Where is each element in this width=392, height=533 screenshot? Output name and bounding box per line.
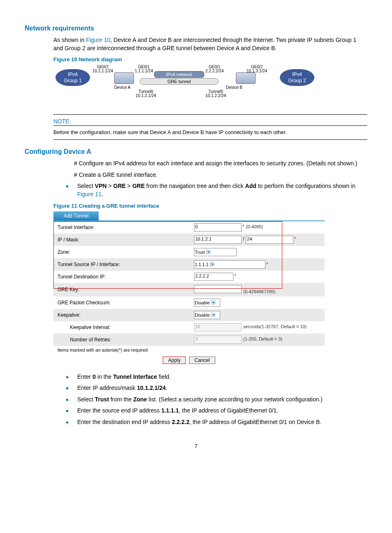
label-device-b: Device B: [226, 86, 242, 90]
hint-keepalive-interval: seconds(1-32767, Default = 10): [243, 324, 307, 329]
bullet-select-trust-zone: Select Trust from the Zone list. (Select…: [66, 396, 367, 404]
button-row: Apply Cancel: [53, 354, 325, 366]
hint-tunnel-interface: (0-4095): [246, 224, 263, 229]
label-gre-checksum: GRE Packet Checksum:: [53, 297, 191, 309]
label-zone: Zone:: [53, 246, 191, 258]
label-tunnel0-right: Tunnel010.1.2.2/24: [205, 90, 226, 98]
network-diagram: IPv4Group 1 IPv4Group 2 IPv4 network GRE…: [53, 65, 316, 110]
router-b-icon: [236, 72, 256, 84]
figure-10-caption: Figure 10 Network diagram: [53, 56, 367, 63]
label-tunnel-destination: Tunnel Destination IP:: [53, 271, 191, 283]
label-gre-key: GRE Key:: [53, 283, 191, 297]
tab-bar: Add Tunnel: [53, 211, 325, 221]
hint-number-retries: (1-255, Default = 3): [243, 336, 282, 341]
input-keepalive-interval: 10: [194, 323, 242, 331]
label-keepalive: Keepalive:: [53, 309, 191, 321]
asterisk-icon: *: [266, 262, 268, 267]
input-ip[interactable]: 10.1.2.1: [194, 236, 242, 244]
link-figure-10[interactable]: Figure 10: [86, 37, 110, 43]
label-ge01-left: GE0/11.1.1.1/24: [135, 65, 153, 73]
text: As shown in: [53, 37, 86, 43]
chevron-down-icon: ▾: [212, 313, 216, 317]
ipv4-network-box: IPv4 network: [154, 71, 204, 78]
select-tunnel-source[interactable]: 1.1.1.1▾: [194, 260, 265, 269]
figure-11-caption: Figure 11 Creating a GRE tunnel interfac…: [53, 203, 367, 209]
asterisk-icon: *: [242, 224, 244, 229]
gre-tunnel-box: GRE tunnel: [140, 78, 219, 85]
paragraph-netreq: As shown in Figure 10, Device A and Devi…: [53, 36, 367, 52]
label-tunnel0-left: Tunnel010.1.2.1/24: [136, 90, 156, 98]
text-slash: /: [243, 236, 244, 242]
router-a-icon: [114, 72, 134, 84]
tab-add-tunnel[interactable]: Add Tunnel: [53, 211, 99, 220]
label-ge02-right: GE0/210.1.3.1/24: [247, 65, 267, 73]
label-ip-mask: IP / Mask:: [53, 234, 191, 246]
cancel-button[interactable]: Cancel: [189, 357, 215, 364]
bullet-enter-tunnel-interface: Enter 0 in the Tunnel Interface field.: [66, 373, 367, 381]
step-create-gre: # Create a GRE tunnel interface.: [74, 171, 367, 179]
select-zone[interactable]: Trust▾: [194, 248, 237, 256]
input-number-retries: 3: [194, 336, 242, 344]
input-tunnel-interface[interactable]: 0: [194, 223, 242, 232]
heading-network-requirements: Network requirements: [25, 25, 367, 32]
form-footnote: Items marked with an asterisk(*) are req…: [58, 346, 325, 354]
add-tunnel-form: Add Tunnel Tunnel Interface: 0*(0-4095) …: [53, 211, 325, 366]
apply-button[interactable]: Apply: [163, 357, 186, 364]
step-configure-ipv4: # Configure an IPv4 address for each int…: [74, 160, 367, 168]
label-device-a: Device A: [114, 86, 130, 90]
chevron-down-icon: ▾: [210, 262, 214, 266]
cloud-group2: IPv4Group 2: [280, 69, 314, 86]
bullet-enter-source-ip: Enter the source end IP address 1.1.1.1,…: [66, 407, 367, 415]
link-figure-11[interactable]: Figure 11: [77, 191, 101, 197]
page-number: 7: [25, 443, 367, 449]
label-tunnel-source: Tunnel Source IP / Interface:: [53, 258, 191, 271]
label-ge02-left: GE0/210.1.1.1/24: [92, 65, 113, 73]
heading-configuring-device-a: Configuring Device A: [25, 148, 367, 155]
hint-gre-key: (0-4294967295): [243, 289, 275, 294]
select-keepalive[interactable]: Disable▾: [194, 311, 220, 319]
chevron-down-icon: ▾: [212, 300, 216, 305]
asterisk-icon: *: [294, 236, 296, 242]
label-number-retries: Number of Retries:: [53, 334, 191, 346]
asterisk-icon: *: [234, 273, 236, 279]
cloud-group1: IPv4Group 1: [55, 69, 90, 86]
input-mask[interactable]: 24: [246, 236, 293, 244]
select-gre-checksum[interactable]: Disable▾: [194, 299, 220, 307]
chevron-down-icon: ▾: [207, 250, 211, 254]
label-keepalive-interval: Keepalive Interval:: [53, 321, 191, 334]
bullet-select-vpn-gre: Select VPN > GRE > GRE from the navigati…: [66, 182, 367, 198]
input-gre-key[interactable]: [194, 285, 242, 293]
label-ge01-right: GE0/12.2.2.2/24: [205, 65, 224, 73]
input-tunnel-destination[interactable]: 2.2.2.2: [194, 273, 233, 281]
bullet-enter-ip-mask: Enter IP address/mask 10.1.2.1/24.: [66, 384, 367, 392]
note-text: Before the configuration, make sure that…: [53, 127, 367, 137]
note-box: NOTE: Before the configuration, make sur…: [53, 114, 367, 140]
bullet-enter-dest-ip: Enter the destination end IP address 2.2…: [66, 418, 367, 426]
note-label: NOTE:: [53, 116, 367, 126]
label-tunnel-interface: Tunnel Interface:: [53, 221, 191, 234]
